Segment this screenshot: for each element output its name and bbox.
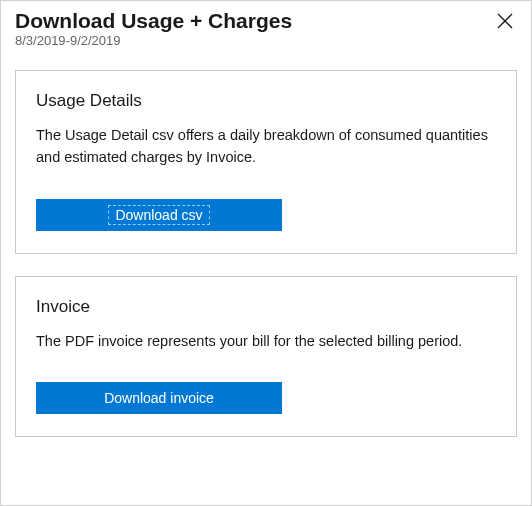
panel-date-range: 8/3/2019-9/2/2019 bbox=[15, 33, 292, 48]
invoice-title: Invoice bbox=[36, 297, 496, 317]
usage-title: Usage Details bbox=[36, 91, 496, 111]
download-csv-button[interactable]: Download csv bbox=[36, 199, 282, 231]
download-invoice-button[interactable]: Download invoice bbox=[36, 382, 282, 414]
panel-title: Download Usage + Charges bbox=[15, 9, 292, 33]
invoice-card: Invoice The PDF invoice represents your … bbox=[15, 276, 517, 438]
panel-header: Download Usage + Charges 8/3/2019-9/2/20… bbox=[15, 9, 517, 48]
usage-description: The Usage Detail csv offers a daily brea… bbox=[36, 125, 496, 169]
invoice-description: The PDF invoice represents your bill for… bbox=[36, 331, 496, 353]
download-invoice-label: Download invoice bbox=[104, 390, 214, 406]
usage-details-card: Usage Details The Usage Detail csv offer… bbox=[15, 70, 517, 254]
title-block: Download Usage + Charges 8/3/2019-9/2/20… bbox=[15, 9, 292, 48]
close-icon[interactable] bbox=[493, 9, 517, 35]
download-csv-label: Download csv bbox=[108, 205, 209, 225]
